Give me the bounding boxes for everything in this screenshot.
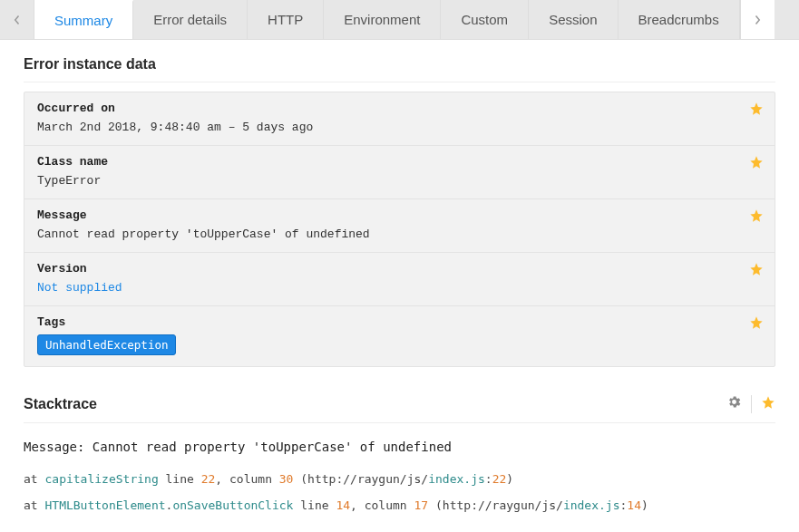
- row-label: Tags: [37, 315, 762, 329]
- row-class-name: Class name TypeError: [24, 146, 775, 199]
- tok-punc: :: [485, 472, 492, 486]
- instance-data-card: Occurred on March 2nd 2018, 9:48:40 am –…: [24, 92, 775, 367]
- gear-icon[interactable]: [726, 394, 742, 413]
- message-prefix: Message:: [24, 440, 93, 454]
- tok-num: 22: [201, 472, 216, 486]
- stacktrace-message: Message: Cannot read property 'toUpperCa…: [24, 440, 775, 454]
- tok-punc: ): [641, 498, 648, 512]
- tok-kw: line: [293, 498, 336, 512]
- tok-kw: , column: [215, 472, 278, 486]
- row-label: Class name: [37, 155, 762, 169]
- tok-num: 30: [279, 472, 294, 486]
- tok-num: 14: [336, 498, 350, 512]
- tok-num: 17: [414, 498, 429, 512]
- stack-frame: at capitalizeString line 22, column 30 (…: [24, 472, 775, 486]
- row-message: Message Cannot read property 'toUpperCas…: [24, 199, 775, 253]
- tab-custom[interactable]: Custom: [441, 0, 529, 39]
- row-value: March 2nd 2018, 9:48:40 am – 5 days ago: [37, 121, 762, 134]
- row-value-link[interactable]: Not supplied: [37, 281, 762, 295]
- tab-bar: Summary Error details HTTP Environment C…: [0, 0, 799, 40]
- star-icon[interactable]: [749, 102, 764, 120]
- tok-kw: line: [159, 472, 201, 486]
- tab-scroll-left[interactable]: [0, 0, 34, 39]
- tok-at: at: [24, 472, 44, 486]
- tag-chip[interactable]: UnhandledException: [37, 334, 176, 355]
- row-version: Version Not supplied: [24, 253, 775, 306]
- section-title-text: Stacktrace: [24, 396, 97, 412]
- row-value: Cannot read property 'toUpperCase' of un…: [37, 227, 762, 241]
- row-value: TypeError: [37, 174, 762, 188]
- tab-http[interactable]: HTTP: [248, 0, 324, 39]
- tok-num: 14: [627, 498, 641, 512]
- tok-num: 22: [492, 472, 507, 486]
- tok-punc: ): [506, 472, 513, 486]
- tab-summary[interactable]: Summary: [34, 0, 133, 39]
- row-label: Version: [37, 262, 762, 276]
- row-label: Occurred on: [37, 102, 762, 115]
- star-icon[interactable]: [749, 208, 764, 227]
- section-title-instance: Error instance data: [24, 56, 775, 82]
- tab-environment[interactable]: Environment: [324, 0, 441, 39]
- tok-punc: (http://raygun/js/: [293, 472, 428, 486]
- star-icon[interactable]: [749, 262, 764, 280]
- stack-frame: at HTMLButtonElement.onSaveButtonClick l…: [24, 498, 775, 512]
- message-text: Cannot read property 'toUpperCase' of un…: [93, 440, 452, 454]
- tok-at: at: [24, 498, 44, 512]
- star-icon[interactable]: [761, 395, 775, 413]
- tab-breadcrumbs[interactable]: Breadcrumbs: [619, 0, 740, 39]
- tok-fn: HTMLButtonElement: [44, 498, 165, 512]
- row-tags: Tags UnhandledException: [24, 306, 775, 366]
- tok-fn: onSaveButtonClick: [172, 498, 293, 512]
- star-icon[interactable]: [749, 155, 764, 173]
- tok-file: index.js: [563, 498, 620, 512]
- tok-punc: (http://raygun/js/: [428, 498, 563, 512]
- tab-error-details[interactable]: Error details: [133, 0, 248, 39]
- row-label: Message: [37, 208, 762, 222]
- divider: [751, 395, 752, 413]
- tok-fn: capitalizeString: [44, 472, 158, 486]
- tab-scroll-right[interactable]: [740, 0, 775, 39]
- section-title-stacktrace: Stacktrace: [24, 394, 775, 423]
- section-title-text: Error instance data: [24, 56, 156, 73]
- tok-kw: , column: [350, 498, 414, 512]
- row-occurred-on: Occurred on March 2nd 2018, 9:48:40 am –…: [24, 92, 775, 146]
- tok-file: index.js: [428, 472, 485, 486]
- star-icon[interactable]: [749, 315, 764, 334]
- tab-session[interactable]: Session: [529, 0, 618, 39]
